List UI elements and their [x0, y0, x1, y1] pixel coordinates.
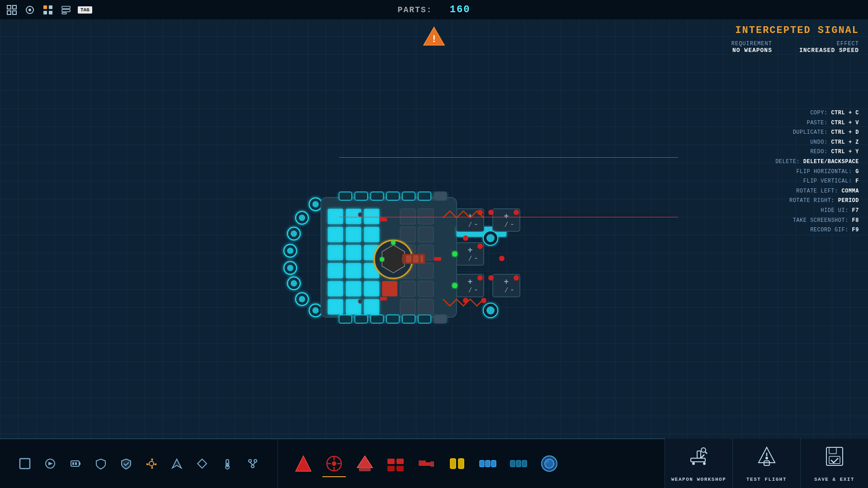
layers-icon[interactable] [60, 4, 72, 16]
svg-point-126 [358, 299, 363, 304]
item-battery-blocks[interactable] [384, 452, 407, 475]
effect-value: INCREASED SPEED [799, 47, 859, 54]
svg-rect-67 [382, 281, 397, 296]
category-temp[interactable] [219, 455, 236, 472]
save-exit-label: SAVE & EXIT [814, 477, 854, 482]
shortcut-copy: COPY: CTRL + C [775, 108, 859, 118]
tag-badge[interactable]: TAG [78, 6, 92, 14]
shortcut-duplicate: DUPLICATE: CTRL + D [775, 128, 859, 138]
svg-rect-161 [396, 466, 404, 471]
thruster-arc-left [284, 198, 322, 317]
grid-icon[interactable] [5, 4, 18, 16]
filled-grid-icon[interactable] [42, 4, 54, 16]
svg-rect-168 [486, 460, 490, 467]
svg-point-181 [701, 448, 706, 452]
svg-rect-68 [400, 209, 415, 224]
svg-rect-188 [829, 447, 836, 454]
requirement-value: NO WEAPONS [731, 47, 772, 54]
svg-line-147 [250, 462, 253, 465]
circle-icon[interactable] [24, 4, 36, 16]
svg-rect-172 [522, 460, 527, 467]
svg-point-179 [703, 462, 706, 465]
svg-rect-158 [387, 459, 395, 464]
svg-rect-61 [346, 281, 361, 296]
svg-rect-58 [346, 263, 361, 278]
item-triple-blue1[interactable] [476, 452, 500, 475]
test-flight-button[interactable]: TEST FLIGHT [732, 438, 800, 488]
category-branch[interactable] [244, 455, 261, 472]
svg-rect-50 [364, 209, 379, 224]
category-boost[interactable] [168, 455, 185, 472]
svg-text:+: + [468, 246, 473, 255]
svg-point-185 [765, 457, 768, 460]
svg-rect-33 [355, 192, 368, 200]
svg-rect-143 [227, 463, 228, 467]
svg-point-29 [299, 296, 305, 302]
item-thruster-up[interactable] [292, 452, 315, 475]
svg-rect-54 [328, 245, 343, 260]
item-triple-blue2[interactable] [507, 452, 530, 475]
shortcut-flip-v: FLIP VERTICAL: F [775, 177, 859, 187]
svg-marker-156 [357, 456, 373, 468]
svg-rect-136 [72, 462, 74, 465]
svg-rect-34 [371, 192, 383, 200]
svg-rect-51 [328, 227, 343, 242]
item-arm-cannon[interactable] [415, 452, 438, 475]
svg-rect-123 [380, 297, 387, 300]
svg-point-23 [312, 201, 319, 207]
save-exit-button[interactable]: SAVE & EXIT [800, 438, 868, 488]
svg-text:-: - [474, 220, 479, 229]
svg-line-182 [701, 455, 704, 458]
svg-rect-75 [418, 263, 434, 278]
svg-rect-42 [355, 315, 368, 323]
svg-point-94 [452, 251, 458, 257]
svg-rect-11 [62, 9, 70, 12]
svg-point-119 [481, 298, 486, 303]
item-cone[interactable] [353, 452, 377, 475]
canvas-area[interactable]: + / - + / - + / - + [0, 20, 868, 438]
svg-point-106 [514, 210, 519, 215]
shortcut-undo: UNDO: CTRL + Z [775, 138, 859, 148]
item-sphere[interactable] [538, 452, 561, 475]
svg-rect-3 [13, 11, 16, 14]
svg-rect-70 [400, 227, 415, 242]
category-battery[interactable] [67, 455, 84, 472]
svg-rect-35 [387, 192, 399, 200]
category-gear[interactable] [143, 455, 160, 472]
svg-rect-60 [328, 281, 343, 296]
svg-point-138 [149, 461, 154, 466]
svg-rect-65 [364, 299, 379, 314]
svg-rect-159 [396, 459, 404, 464]
svg-point-121 [463, 235, 468, 241]
category-diamond[interactable] [193, 455, 211, 472]
item-double-yellow[interactable] [445, 452, 469, 475]
svg-rect-32 [339, 192, 352, 200]
item-crosshair[interactable] [322, 452, 346, 475]
svg-rect-69 [418, 209, 434, 224]
category-shield[interactable] [118, 455, 135, 472]
svg-rect-171 [516, 460, 521, 467]
svg-rect-177 [697, 451, 701, 458]
svg-rect-170 [510, 460, 515, 467]
svg-point-120 [499, 256, 505, 261]
svg-rect-8 [43, 11, 47, 14]
category-structure[interactable] [16, 455, 33, 472]
category-armor[interactable] [92, 455, 109, 472]
right-modules: + / - + / - + / - + [452, 209, 520, 297]
svg-point-107 [488, 210, 494, 215]
warning-icon: ! [423, 25, 445, 50]
svg-rect-124 [434, 257, 441, 261]
svg-rect-10 [62, 6, 70, 9]
ship-container: + / - + / - + / - + [249, 139, 529, 328]
svg-text:/: / [468, 221, 472, 229]
svg-rect-137 [75, 462, 77, 465]
svg-rect-44 [387, 315, 399, 323]
svg-rect-0 [7, 5, 11, 9]
weapon-workshop-button[interactable]: WEAPON WORKSHOP [665, 438, 732, 488]
category-audio[interactable] [42, 455, 59, 472]
svg-rect-166 [458, 459, 464, 469]
test-flight-icon [755, 445, 778, 473]
shortcut-paste: PASTE: CTRL + V [775, 118, 859, 128]
svg-rect-167 [480, 460, 484, 467]
parts-label-text: PARTS: [398, 5, 433, 14]
